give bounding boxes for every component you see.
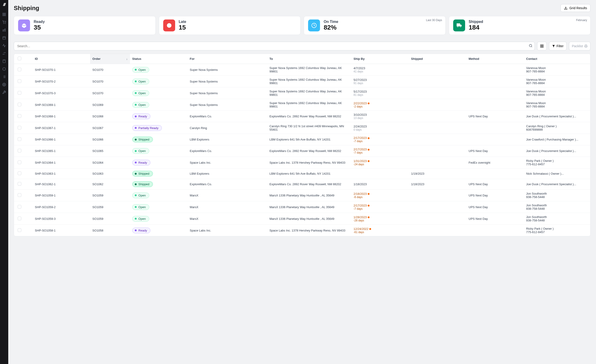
row-checkbox[interactable] — [18, 126, 21, 129]
grid-results-button[interactable]: Grid Results — [560, 4, 590, 12]
cell-for: Space Labs Inc. — [187, 225, 267, 236]
table-row[interactable]: SHP-SO1070-1 SO1070 Open Super Nova Syst… — [14, 64, 590, 76]
table-row[interactable]: SHP-SO1070-2 SO1070 Open Super Nova Syst… — [14, 76, 590, 87]
status-badge: Open — [132, 90, 149, 96]
cell-order: SO1059 — [90, 201, 130, 213]
column-header[interactable]: ID — [33, 54, 90, 64]
nav-wrench-icon[interactable] — [2, 90, 7, 95]
nav-settings-icon[interactable] — [2, 82, 7, 87]
status-badge: Partially Ready — [132, 125, 162, 131]
status-badge: Open — [132, 193, 149, 198]
stat-card: Shipped 184 February — [449, 16, 591, 35]
row-checkbox[interactable] — [18, 160, 21, 164]
status-dot-icon — [135, 183, 137, 185]
table-row[interactable]: SHP-SO1066-1 SO1066 Shipped LBM Explorer… — [14, 134, 590, 145]
cell-method — [466, 134, 524, 145]
nav-cart-icon[interactable] — [2, 20, 7, 24]
column-header[interactable]: Status — [130, 54, 187, 64]
row-checkbox[interactable] — [18, 205, 21, 208]
table-row[interactable]: SHP-SO1070-3 SO1070 Open Super Nova Syst… — [14, 87, 590, 99]
cell-order: SO1070 — [90, 87, 130, 99]
cell-ship-by: 2/17/2023 -7 days — [351, 134, 409, 145]
cell-order: SO1063 — [90, 169, 130, 179]
table-row[interactable]: SHP-SO1059-1 SO1059 Open MarsX MarsX 133… — [14, 190, 590, 201]
status-badge: Open — [132, 102, 149, 108]
nav-package-icon[interactable] — [2, 67, 7, 71]
row-checkbox[interactable] — [18, 114, 21, 118]
row-checkbox[interactable] — [18, 193, 21, 197]
row-checkbox[interactable] — [18, 228, 21, 232]
card-value: 15 — [179, 24, 186, 31]
table-row[interactable]: SHP-SO1062-1 SO1062 Shipped ExploreMars … — [14, 179, 590, 190]
cell-contact: Ricky Park ( Owner ) 775-612-8457 — [524, 225, 590, 236]
filter-button[interactable]: Filter — [549, 42, 567, 51]
select-all-checkbox[interactable] — [18, 57, 21, 60]
cell-shipped — [409, 157, 466, 169]
cell-shipped — [409, 122, 466, 134]
cell-to: Super Nova Systems 1692 Columbus Way Jun… — [267, 76, 351, 87]
cell-shipped — [409, 76, 466, 87]
svg-rect-29 — [541, 46, 542, 47]
search-icon[interactable] — [529, 44, 532, 48]
table-row[interactable]: SHP-SO1065-1 SO1065 Open ExploreMars Co.… — [14, 145, 590, 157]
nav-calculator-icon[interactable] — [2, 59, 7, 64]
card-meta: Last 30 Days — [426, 19, 442, 22]
nav-calendar-icon[interactable] — [2, 36, 7, 40]
status-dot-icon — [135, 104, 137, 106]
cell-method — [466, 225, 524, 236]
table-row[interactable]: SHP-SO1058-1 SO1058 Ready Space Labs Inc… — [14, 225, 590, 236]
row-checkbox[interactable] — [18, 217, 21, 220]
row-checkbox[interactable] — [18, 79, 21, 83]
table-row[interactable]: SHP-SO1064-1 SO1064 Ready Space Labs Inc… — [14, 157, 590, 169]
nav-factory-icon[interactable] — [2, 28, 7, 32]
svg-point-25 — [529, 45, 532, 47]
row-checkbox[interactable] — [18, 182, 21, 186]
cell-method — [466, 87, 524, 99]
column-header[interactable]: Contact — [524, 54, 590, 64]
view-toggle-button[interactable] — [537, 42, 547, 51]
svg-point-21 — [169, 26, 169, 27]
packlist-button[interactable]: Packlist — [569, 42, 590, 51]
row-checkbox[interactable] — [18, 68, 21, 71]
nav-dashboard-icon[interactable] — [2, 12, 7, 17]
nav-activity-icon[interactable] — [2, 43, 7, 48]
cell-id: SHP-SO1059-3 — [33, 213, 90, 225]
search-input[interactable] — [14, 42, 535, 51]
status-dot-icon — [135, 162, 137, 163]
stat-card: On Time 82% Last 30 Days — [304, 16, 446, 35]
cell-for: ExploreMars Co. — [187, 145, 267, 157]
status-dot-icon — [135, 173, 137, 175]
nav-transfer-icon[interactable] — [2, 51, 7, 56]
row-checkbox[interactable] — [18, 91, 21, 95]
column-header[interactable]: Order↓ — [90, 54, 130, 64]
table-row[interactable]: SHP-SO1069-1 SO1069 Open Super Nova Syst… — [14, 99, 590, 111]
cell-id: SHP-SO1068-1 — [33, 111, 90, 122]
row-checkbox[interactable] — [18, 103, 21, 106]
cell-to: ExploreMars Co. 2892 Rover Way Roswell, … — [267, 179, 351, 190]
column-header[interactable]: For — [187, 54, 267, 64]
table-row[interactable]: SHP-SO1067-1 SO1067 Partially Ready Caro… — [14, 122, 590, 134]
column-header[interactable]: Shipped — [409, 54, 466, 64]
svg-rect-0 — [3, 13, 4, 14]
table-row[interactable]: SHP-SO1068-1 SO1068 Ready ExploreMars Co… — [14, 111, 590, 122]
status-badge: Open — [132, 216, 149, 222]
status-dot-icon — [135, 218, 137, 220]
row-checkbox[interactable] — [18, 171, 21, 175]
print-icon — [584, 45, 588, 48]
column-header[interactable]: Method — [466, 54, 524, 64]
cell-id: SHP-SO1059-1 — [33, 190, 90, 201]
row-checkbox[interactable] — [18, 149, 21, 152]
cell-contact: Joe Dusk ( Procurement Specialist )... — [524, 145, 590, 157]
table-row[interactable]: SHP-SO1059-2 SO1059 Open MarsX MarsX 133… — [14, 201, 590, 213]
table-row[interactable]: SHP-SO1059-3 SO1059 Open MarsX MarsX 133… — [14, 213, 590, 225]
status-badge: Open — [132, 67, 149, 73]
truck-icon — [453, 20, 465, 31]
column-header[interactable]: Ship By — [351, 54, 409, 64]
cell-order: SO1068 — [90, 111, 130, 122]
column-header[interactable]: To — [267, 54, 351, 64]
nav-list-icon[interactable] — [2, 74, 7, 79]
row-checkbox[interactable] — [18, 137, 21, 141]
table-row[interactable]: SHP-SO1063-1 SO1063 Shipped LBM Explorer… — [14, 169, 590, 179]
cell-shipped: 1/18/2023 — [409, 179, 466, 190]
cell-shipped — [409, 134, 466, 145]
